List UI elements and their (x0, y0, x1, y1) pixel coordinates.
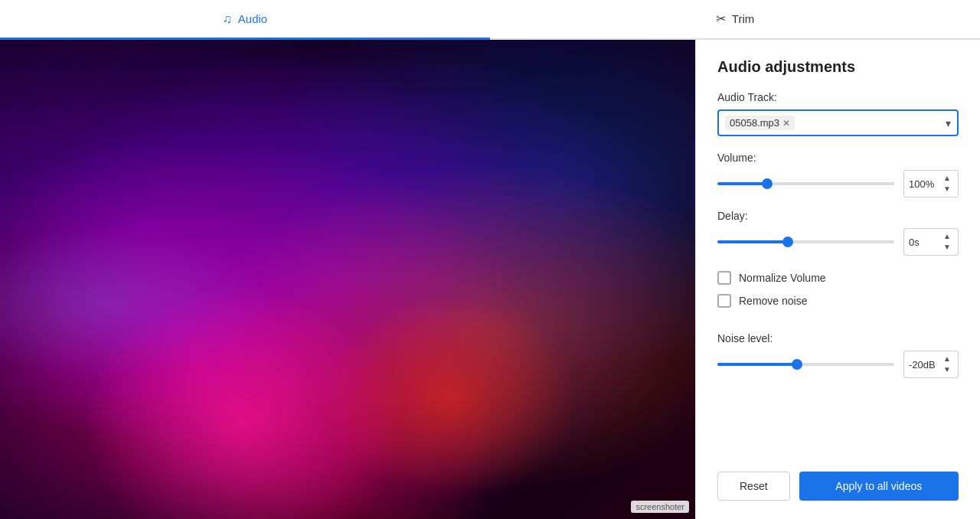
tab-audio-label: Audio (238, 12, 267, 25)
tab-trim-label: Trim (732, 12, 754, 25)
noise-value-box: -20dB ▲ ▼ (903, 351, 959, 378)
audio-track-field[interactable]: 05058.mp3 ✕ ▾ (717, 109, 959, 136)
right-panel: Audio adjustments Audio Track: 05058.mp3… (695, 40, 980, 519)
tab-trim[interactable]: ✂ Trim (490, 0, 980, 40)
remove-noise-row[interactable]: Remove noise (717, 294, 959, 308)
delay-spinners: ▲ ▼ (941, 232, 953, 253)
noise-value: -20dB (909, 359, 936, 370)
volume-section: Volume: 100% ▲ ▼ (717, 152, 959, 197)
checkbox-section: Normalize Volume Remove noise (717, 271, 959, 317)
delay-value-box: 0s ▲ ▼ (903, 228, 959, 256)
noise-slider-fill (717, 363, 797, 366)
noise-level-label: Noise level: (717, 332, 959, 344)
noise-up-button[interactable]: ▲ (941, 354, 953, 364)
volume-down-button[interactable]: ▼ (941, 184, 953, 194)
track-remove-icon[interactable]: ✕ (782, 119, 790, 128)
tab-audio[interactable]: ♫ Audio (0, 0, 490, 40)
delay-section: Delay: 0s ▲ ▼ (717, 210, 959, 256)
delay-up-button[interactable]: ▲ (941, 232, 953, 242)
noise-slider-track[interactable] (717, 363, 894, 366)
volume-slider-row: 100% ▲ ▼ (717, 170, 959, 197)
volume-label: Volume: (717, 152, 959, 164)
normalize-volume-checkbox[interactable] (717, 271, 731, 285)
audio-icon: ♫ (223, 12, 232, 26)
remove-noise-label: Remove noise (739, 295, 808, 307)
top-nav-tabs: ♫ Audio ✂ Trim (0, 0, 980, 40)
audio-track-input[interactable] (799, 117, 941, 129)
volume-slider-thumb[interactable] (762, 178, 773, 189)
volume-slider-track[interactable] (717, 182, 894, 185)
volume-up-button[interactable]: ▲ (941, 174, 953, 184)
delay-label: Delay: (717, 210, 959, 222)
main-content: screenshoter Audio adjustments Audio Tra… (0, 40, 980, 519)
delay-value: 0s (909, 237, 920, 248)
normalize-volume-label: Normalize Volume (739, 272, 826, 284)
audio-track-tag: 05058.mp3 ✕ (725, 116, 795, 130)
delay-slider-row: 0s ▲ ▼ (717, 228, 959, 256)
dj-scene-background (0, 40, 695, 519)
noise-level-section: Noise level: -20dB ▲ ▼ (717, 332, 959, 378)
video-preview: screenshoter (0, 40, 695, 519)
watermark: screenshoter (631, 501, 689, 513)
bottom-buttons: Reset Apply to all videos (717, 465, 959, 501)
dj-scene-overlay (0, 40, 695, 519)
dropdown-arrow-icon[interactable]: ▾ (946, 117, 951, 129)
audio-track-label: Audio Track: (717, 91, 959, 103)
volume-value-box: 100% ▲ ▼ (903, 170, 959, 197)
delay-down-button[interactable]: ▼ (941, 243, 953, 253)
noise-spinners: ▲ ▼ (941, 354, 953, 375)
panel-title: Audio adjustments (717, 58, 959, 76)
volume-value: 100% (909, 178, 934, 190)
noise-down-button[interactable]: ▼ (941, 365, 953, 375)
delay-slider-fill (717, 240, 788, 243)
track-filename: 05058.mp3 (730, 117, 779, 129)
normalize-volume-row[interactable]: Normalize Volume (717, 271, 959, 285)
volume-spinners: ▲ ▼ (941, 174, 953, 194)
delay-slider-track[interactable] (717, 240, 894, 243)
delay-slider-thumb[interactable] (782, 237, 793, 247)
remove-noise-checkbox[interactable] (717, 294, 731, 308)
trim-icon: ✂ (716, 11, 726, 26)
noise-slider-thumb[interactable] (792, 359, 802, 370)
volume-slider-fill (717, 182, 767, 185)
apply-to-all-button[interactable]: Apply to all videos (799, 472, 959, 501)
reset-button[interactable]: Reset (717, 472, 790, 501)
noise-slider-row: -20dB ▲ ▼ (717, 351, 959, 378)
